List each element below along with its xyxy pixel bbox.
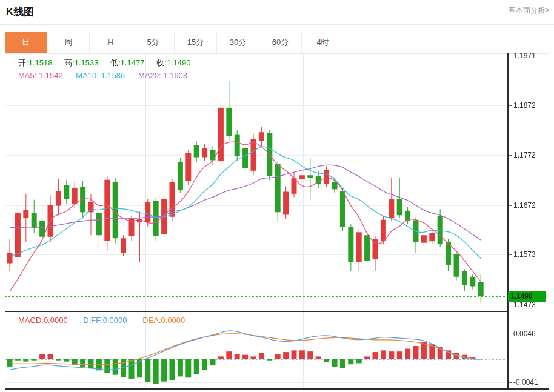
price-axis-label: 1.1772 xyxy=(513,151,536,159)
price-axis-label: 1.1872 xyxy=(513,101,536,110)
tab-interval-7[interactable]: 4时 xyxy=(302,32,344,53)
price-axis-label: 1.1971 xyxy=(513,51,536,60)
page-header: K线图 基本面分析> xyxy=(0,0,554,25)
tab-interval-5[interactable]: 30分 xyxy=(217,32,259,53)
axis-tick xyxy=(509,334,512,334)
chart-area: 开:1.1518 高:1.1533 低:1.1477 收:1.1490 MA5:… xyxy=(5,53,549,391)
plot-left-border xyxy=(5,53,5,388)
tab-interval-0[interactable]: 日 xyxy=(5,32,47,53)
candlestick-chart-canvas[interactable] xyxy=(5,53,508,311)
axis-tick xyxy=(509,56,512,56)
axis-tick xyxy=(509,382,512,383)
tab-interval-2[interactable]: 月 xyxy=(90,32,132,53)
tab-interval-4[interactable]: 15分 xyxy=(175,32,217,53)
chart-bottom-border xyxy=(5,388,549,390)
axis-tick xyxy=(509,155,512,156)
tab-interval-1[interactable]: 周 xyxy=(47,32,90,53)
price-axis-label: 1.1473 xyxy=(513,301,536,309)
axis-tick xyxy=(509,105,512,106)
fundamental-analysis-link[interactable]: 基本面分析> xyxy=(509,5,549,16)
axis-tick xyxy=(509,254,512,255)
axis-tick xyxy=(509,305,512,305)
interval-tabbar: 日周月5分15分30分60分4时 xyxy=(5,32,549,54)
current-price-tag: 1.1490 xyxy=(508,291,546,302)
price-axis-label: 1.1573 xyxy=(513,250,536,259)
page-title: K线图 xyxy=(6,5,34,19)
axis-tick xyxy=(509,205,512,206)
panel-separator xyxy=(5,311,508,312)
price-axis-line xyxy=(507,53,509,390)
price-axis-label: 1.1672 xyxy=(513,201,536,210)
macd-axis-label: 0.0046 xyxy=(513,330,536,338)
macd-chart-canvas[interactable] xyxy=(5,312,508,388)
tab-interval-6[interactable]: 60分 xyxy=(259,32,302,53)
macd-axis-label: -0.0041 xyxy=(513,378,538,387)
tab-interval-3[interactable]: 5分 xyxy=(132,32,175,53)
